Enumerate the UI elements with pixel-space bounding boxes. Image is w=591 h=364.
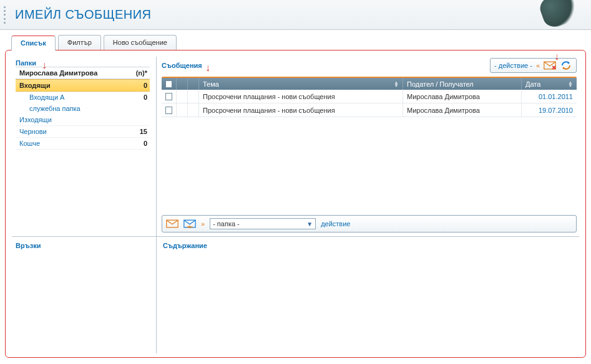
- arrow-down-icon: ↓: [205, 63, 210, 73]
- links-panel: Връзки: [12, 236, 157, 353]
- messages-title: Съобщения: [162, 62, 202, 69]
- col-subject[interactable]: Тема ▲▼: [199, 78, 403, 90]
- workspace: Папки ↓ Мирослава Димитрова (n)* Входящи…: [5, 50, 586, 358]
- message-row[interactable]: Просрочени плащания - нови съобщения Мир…: [162, 103, 577, 117]
- folder-service[interactable]: служебна папка -: [16, 103, 150, 114]
- cell-sender: Мирослава Димитрова: [403, 103, 522, 117]
- content-panel: Съдържание: [157, 236, 579, 353]
- tab-list[interactable]: Списък: [11, 36, 56, 50]
- folder-count-header: (n)*: [132, 69, 147, 77]
- tab-filter[interactable]: Филтър: [58, 35, 101, 50]
- messages-panel: Съобщения ↓ ↓ - действие - «: [157, 57, 579, 236]
- mark-read-icon[interactable]: [166, 218, 178, 229]
- tab-new-message[interactable]: Ново съобщение: [104, 35, 177, 50]
- folder-inbox-a[interactable]: Входящи А 0: [16, 92, 150, 103]
- messages-footer: » - папка - ▼ действие: [162, 215, 577, 232]
- row-checkbox[interactable]: [165, 93, 172, 100]
- messages-grid-header: Тема ▲▼ Подател / Получател Дата ▲▼: [162, 77, 577, 90]
- cell-date: 01.01.2011: [522, 90, 577, 103]
- folder-outbox[interactable]: Изходящи -: [16, 114, 150, 126]
- folder-drafts[interactable]: Чернови 15: [16, 126, 150, 138]
- cell-subject: Просрочени плащания - нови съобщения: [199, 90, 403, 103]
- action-dropdown[interactable]: - действие -: [494, 62, 532, 69]
- folder-select[interactable]: - папка - ▼: [210, 218, 316, 229]
- col-date[interactable]: Дата ▲▼: [522, 78, 577, 90]
- col-sender[interactable]: Подател / Получател: [403, 78, 522, 90]
- folders-panel: Папки ↓ Мирослава Димитрова (n)* Входящи…: [12, 57, 157, 236]
- email-page: ИМЕЙЛ СЪОБЩЕНИЯ Списък Филтър Ново съобщ…: [0, 0, 591, 364]
- folder-user-row: Мирослава Димитрова (n)*: [16, 67, 150, 79]
- folder-trash[interactable]: Кошче 0: [16, 138, 150, 150]
- refresh-icon[interactable]: [560, 60, 572, 71]
- content-title: Съдържание: [163, 242, 207, 249]
- topbar: ИМЕЙЛ СЪОБЩЕНИЯ: [0, 0, 591, 30]
- arrow-down-icon: ↓: [42, 60, 47, 70]
- cell-date: 19.07.2010: [522, 103, 577, 117]
- footer-action-link[interactable]: действие: [321, 220, 350, 228]
- links-title: Връзки: [16, 242, 41, 249]
- chevron-left-icon: «: [536, 62, 540, 69]
- sort-icon: ▲▼: [394, 81, 399, 87]
- cell-sender: Мирослава Димитрова: [403, 90, 522, 103]
- message-row[interactable]: Просрочени плащания - нови съобщения Мир…: [162, 90, 577, 103]
- header-decoration: [516, 0, 591, 30]
- select-all-checkbox[interactable]: [165, 80, 172, 88]
- sort-icon: ▲▼: [568, 81, 573, 87]
- folders-title: Папки: [16, 59, 36, 67]
- arrow-down-icon: ↓: [554, 52, 559, 62]
- move-mail-icon[interactable]: [183, 218, 196, 229]
- cell-subject: Просрочени плащания - нови съобщения: [199, 103, 403, 117]
- folder-inbox[interactable]: Входящи 0: [16, 79, 150, 92]
- page-title: ИМЕЙЛ СЪОБЩЕНИЯ: [15, 7, 152, 22]
- messages-action-box: - действие - «: [490, 58, 577, 73]
- chevron-down-icon: ▼: [306, 221, 313, 228]
- chevron-right-icon: »: [201, 220, 205, 228]
- folder-user-name: Мирослава Димитрова: [19, 69, 97, 77]
- row-checkbox[interactable]: [165, 107, 172, 114]
- tab-bar: Списък Филтър Ново съобщение: [0, 35, 591, 50]
- grip-icon: [4, 5, 7, 25]
